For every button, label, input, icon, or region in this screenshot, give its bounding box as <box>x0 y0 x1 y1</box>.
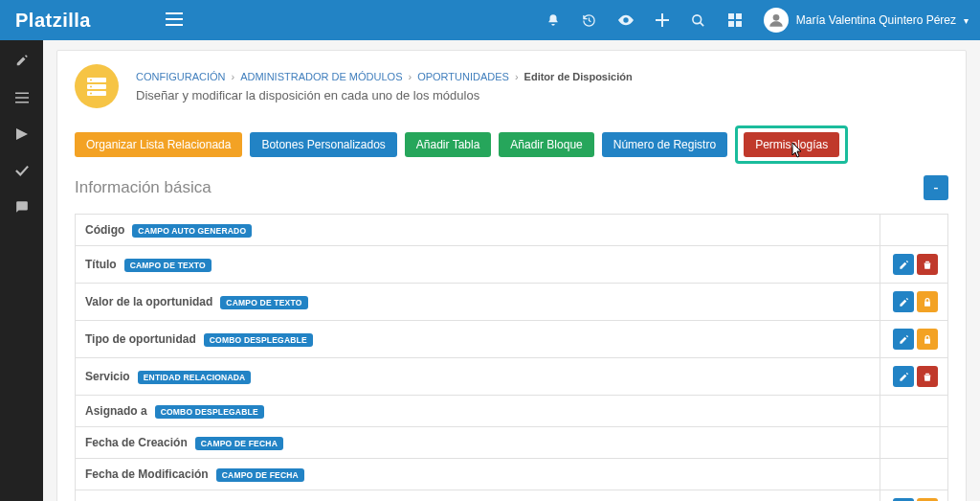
collapse-button[interactable]: - <box>924 175 948 200</box>
svg-rect-4 <box>736 21 742 27</box>
field-type-badge: COMBO DESPLEGABLE <box>204 333 313 347</box>
field-row[interactable]: Fecha de ModificaciónCAMPO DE FECHA <box>76 459 948 490</box>
edit-field-button[interactable] <box>893 254 914 275</box>
svg-rect-3 <box>728 21 734 27</box>
field-row[interactable]: Asignado aCOMBO DESPLEGABLE <box>76 396 948 427</box>
search-icon[interactable] <box>681 3 716 37</box>
custom-buttons-button[interactable]: Botones Personalizados <box>250 132 396 157</box>
sidebar <box>0 40 43 501</box>
svg-point-0 <box>693 14 702 23</box>
topbar-actions <box>536 3 760 37</box>
plus-icon[interactable] <box>645 3 679 37</box>
field-label: Tipo de oportunidad <box>85 332 196 346</box>
lock-field-button[interactable] <box>917 291 938 312</box>
topbar: Platzilla María Valentina Quintero Pérez… <box>0 0 980 40</box>
fields-table: CódigoCAMPO AUTO GENERADOTítuloCAMPO DE … <box>75 214 948 501</box>
field-row[interactable]: Fecha de CreaciónCAMPO DE FECHA <box>76 427 948 459</box>
svg-point-5 <box>772 14 779 21</box>
organize-button[interactable]: Organizar Lista Relacionada <box>75 132 242 157</box>
field-row[interactable]: Tipo de oportunidadCOMBO DESPLEGABLE <box>76 321 948 358</box>
username: María Valentina Quintero Pérez <box>796 13 956 27</box>
field-type-badge: CAMPO DE FECHA <box>216 468 304 482</box>
record-number-button[interactable]: Número de Registro <box>602 132 727 157</box>
field-type-badge: ENTIDAD RELACIONADA <box>138 371 252 384</box>
cursor-icon <box>790 142 805 164</box>
svg-rect-1 <box>728 13 734 19</box>
delete-field-button[interactable] <box>917 254 938 275</box>
user-menu[interactable]: María Valentina Quintero Pérez ▾ <box>760 8 980 33</box>
edit-field-button[interactable] <box>893 366 914 387</box>
add-table-button[interactable]: Añadir Tabla <box>405 132 492 157</box>
edit-field-button[interactable] <box>893 291 914 312</box>
breadcrumb-current: Editor de Disposición <box>524 71 633 82</box>
add-block-button[interactable]: Añadir Bloque <box>499 132 593 157</box>
edit-icon[interactable] <box>15 54 29 70</box>
check-icon[interactable] <box>15 164 29 179</box>
breadcrumb-link[interactable]: OPORTUNIDADES <box>417 71 509 82</box>
breadcrumb: CONFIGURACIÓN› ADMINISTRADOR DE MÓDULOS›… <box>136 71 633 82</box>
svg-point-9 <box>90 80 92 81</box>
main-content: CONFIGURACIÓN› ADMINISTRADOR DE MÓDULOS›… <box>43 40 980 501</box>
field-label: Fecha de Modificación <box>85 467 209 481</box>
play-icon[interactable] <box>16 127 28 143</box>
field-row[interactable]: TítuloCAMPO DE TEXTO <box>76 246 948 284</box>
action-buttons: Organizar Lista Relacionada Botones Pers… <box>75 125 948 164</box>
bell-icon[interactable] <box>536 3 570 37</box>
field-row[interactable]: Valor de la oportunidadCAMPO DE TEXTO <box>76 284 948 321</box>
brand-logo: Platzilla <box>0 10 155 32</box>
breadcrumb-link[interactable]: ADMINISTRADOR DE MÓDULOS <box>240 71 402 82</box>
field-label: Servicio <box>85 370 130 383</box>
field-row[interactable]: CódigoCAMPO AUTO GENERADO <box>76 215 948 246</box>
field-label: Título <box>85 258 117 271</box>
field-label: Asignado a <box>85 404 147 418</box>
field-label: Fecha de Creación <box>85 436 188 449</box>
field-row[interactable]: ServicioENTIDAD RELACIONADA <box>76 358 948 396</box>
field-type-badge: COMBO DESPLEGABLE <box>155 405 264 419</box>
page-card: CONFIGURACIÓN› ADMINISTRADOR DE MÓDULOS›… <box>56 50 967 501</box>
field-label: Código <box>85 223 124 237</box>
delete-field-button[interactable] <box>917 366 938 387</box>
chat-icon[interactable] <box>15 200 29 216</box>
eye-icon[interactable] <box>609 3 643 37</box>
section-title: Información básica <box>75 178 212 197</box>
module-icon <box>75 64 119 108</box>
apps-icon[interactable] <box>718 3 752 37</box>
history-icon[interactable] <box>572 3 607 37</box>
list-icon[interactable] <box>15 91 29 106</box>
field-type-badge: CAMPO AUTO GENERADO <box>132 224 252 238</box>
edit-field-button[interactable] <box>893 329 914 350</box>
menu-toggle[interactable] <box>155 11 193 31</box>
svg-point-10 <box>90 86 92 88</box>
field-type-badge: CAMPO DE TEXTO <box>124 259 212 272</box>
highlighted-permissions: Permisologías <box>735 125 848 164</box>
field-type-badge: CAMPO DE TEXTO <box>220 296 307 309</box>
field-type-badge: CAMPO DE FECHA <box>195 437 283 450</box>
lock-field-button[interactable] <box>917 329 938 350</box>
field-row[interactable]: Fase de ventaCOMBO DESPLEGABLE <box>76 490 948 502</box>
chevron-down-icon: ▾ <box>964 15 969 26</box>
field-label: Valor de la oportunidad <box>85 295 212 308</box>
svg-rect-2 <box>736 13 742 19</box>
breadcrumb-link[interactable]: CONFIGURACIÓN <box>136 71 226 82</box>
avatar <box>764 8 789 33</box>
svg-point-11 <box>90 93 92 95</box>
page-subheading: Diseñar y modificar la disposición en ca… <box>136 88 633 102</box>
